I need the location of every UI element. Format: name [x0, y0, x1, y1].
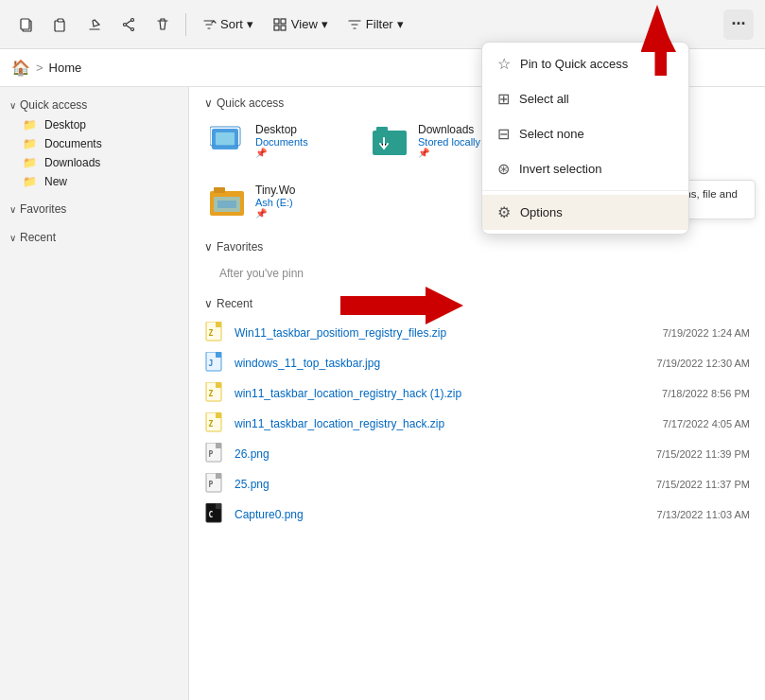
sidebar-recent-header[interactable]: ∨ Recent — [0, 227, 188, 248]
recent-item-date: 7/18/2022 8:56 PM — [662, 388, 750, 399]
sidebar-item-documents[interactable]: 📁 Documents — [0, 134, 188, 153]
recent-section-header[interactable]: ∨ Recent — [204, 297, 750, 310]
recent-item[interactable]: Z Win11_taskbar_positiom_registry_files.… — [204, 318, 750, 348]
svg-text:J: J — [209, 359, 214, 368]
quick-access-tinywo[interactable]: Tiny.Wo Ash (E:) 📌 — [204, 176, 356, 225]
recent-item[interactable]: P 25.png 7/15/2022 11:37 PM — [204, 469, 750, 499]
more-label: ··· — [731, 14, 745, 34]
recent-item-date: 7/13/2022 11:03 AM — [657, 509, 750, 520]
sidebar-quick-access-header[interactable]: ∨ Quick access — [0, 95, 188, 115]
filter-chevron: ▾ — [397, 17, 404, 31]
dropdown-item-pin[interactable]: ☆ Pin to Quick access — [482, 46, 688, 81]
sidebar-item-downloads[interactable]: 📁 Downloads — [0, 153, 188, 172]
pin-icon: ☆ — [497, 55, 511, 73]
paste-button[interactable] — [45, 12, 76, 37]
svg-rect-27 — [216, 352, 221, 358]
svg-rect-2 — [55, 21, 64, 31]
folder-icon: 📁 — [23, 156, 37, 169]
svg-point-6 — [124, 23, 127, 26]
filter-label: Filter — [366, 17, 393, 31]
dropdown-item-select_all[interactable]: ⊞ Select all — [482, 81, 688, 116]
home-icon[interactable]: 🏠 — [11, 59, 30, 77]
pin-icon: 📌 — [418, 148, 480, 158]
dropdown-item-select_none[interactable]: ⊟ Select none — [482, 116, 688, 151]
quick-access-desktop[interactable]: Desktop Documents 📌 — [204, 115, 356, 165]
breadcrumb-separator: > — [36, 61, 43, 75]
filter-button[interactable]: Filter ▾ — [339, 12, 411, 37]
recent-item[interactable]: P 26.png 7/15/2022 11:39 PM — [204, 439, 750, 469]
qa-downloads-name: Downloads — [418, 123, 480, 136]
dropdown-item-label: Select none — [519, 127, 584, 141]
svg-rect-20 — [214, 187, 225, 193]
dropdown-menu: ☆ Pin to Quick access ⊞ Select all ⊟ Sel… — [481, 42, 689, 235]
recent-item-name: win11_taskbar_location_registry_hack (1)… — [235, 387, 654, 400]
recent-item[interactable]: Z win11_taskbar_location_registry_hack.z… — [204, 409, 750, 439]
after-pin-text: After you've pinn — [204, 259, 750, 288]
svg-text:Z: Z — [209, 420, 214, 429]
recent-item[interactable]: Z win11_taskbar_location_registry_hack (… — [204, 378, 750, 409]
view-label: View — [291, 17, 318, 31]
sort-button[interactable]: Sort ▾ — [194, 12, 261, 37]
rename-button[interactable] — [79, 12, 110, 37]
qa-downloads-sub: Stored locally — [418, 136, 480, 148]
svg-rect-8 — [281, 19, 286, 24]
dropdown-separator — [482, 190, 688, 191]
svg-text:Z: Z — [209, 390, 214, 398]
sidebar-favorites-header[interactable]: ∨ Favorites — [0, 199, 188, 219]
recent-item-name: windows_11_top_taskbar.jpg — [235, 357, 650, 370]
svg-rect-14 — [373, 131, 407, 155]
recent-item[interactable]: J windows_11_top_taskbar.jpg 7/19/2022 1… — [204, 348, 750, 378]
recent-item-date: 7/15/2022 11:37 PM — [656, 479, 750, 490]
dropdown-item-options[interactable]: ⚙ Options — [482, 195, 688, 230]
recent-item[interactable]: C Capture0.png 7/13/2022 11:03 AM — [204, 499, 750, 530]
sidebar-quick-access-label: Quick access — [20, 98, 87, 112]
dropdown-item-label: Options — [520, 205, 563, 219]
dropdown-item-label: Invert selection — [519, 162, 601, 176]
dropdown-item-invert[interactable]: ⊛ Invert selection — [482, 151, 688, 186]
svg-rect-12 — [216, 132, 235, 146]
share-button[interactable] — [113, 12, 144, 37]
recent-item-name: 25.png — [235, 478, 649, 491]
more-button[interactable]: ··· — [723, 9, 754, 40]
svg-rect-1 — [21, 19, 29, 29]
options-icon: ⚙ — [497, 203, 511, 221]
recent-list: Z Win11_taskbar_positiom_registry_files.… — [204, 318, 750, 530]
chevron-down-icon: ∨ — [9, 204, 16, 215]
qa-desktop-name: Desktop — [255, 123, 308, 136]
svg-text:C: C — [209, 511, 214, 519]
sidebar: ∨ Quick access 📁 Desktop 📁 Documents 📁 D… — [0, 87, 189, 700]
favorites-section-header[interactable]: ∨ Favorites — [204, 240, 750, 254]
svg-rect-10 — [281, 26, 286, 30]
sort-chevron: ▾ — [247, 17, 253, 31]
folder-icon: 📁 — [23, 118, 37, 131]
sidebar-item-new[interactable]: 📁 New — [0, 172, 188, 191]
recent-item-name: Capture0.png — [235, 508, 650, 521]
view-button[interactable]: View ▾ — [265, 12, 336, 37]
folder-icon: 📁 — [23, 137, 37, 150]
view-chevron: ▾ — [322, 17, 328, 31]
svg-text:Z: Z — [209, 329, 214, 338]
svg-rect-9 — [274, 26, 279, 30]
copy-button[interactable] — [11, 12, 42, 37]
delete-button[interactable] — [148, 12, 178, 37]
toolbar-separator-1 — [185, 13, 186, 36]
chevron-icon: ∨ — [204, 96, 213, 110]
sidebar-item-desktop[interactable]: 📁 Desktop — [0, 115, 188, 134]
qa-tinywo-name: Tiny.Wo — [255, 184, 295, 197]
pin-icon: 📌 — [255, 208, 295, 219]
recent-item-date: 7/15/2022 11:39 PM — [656, 448, 750, 460]
chevron-down-icon: ∨ — [9, 233, 16, 243]
breadcrumb-current: Home — [49, 61, 82, 75]
svg-text:P: P — [209, 481, 214, 489]
pin-icon: 📌 — [255, 148, 308, 158]
svg-rect-24 — [216, 322, 221, 327]
invert-icon: ⊛ — [497, 160, 510, 178]
dropdown-item-label: Pin to Quick access — [520, 57, 628, 71]
svg-rect-7 — [274, 19, 279, 24]
sidebar-recent-label: Recent — [20, 231, 56, 244]
chevron-down-icon: ∨ — [9, 100, 16, 111]
svg-rect-3 — [58, 19, 63, 22]
qa-tinywo-sub: Ash (E:) — [255, 197, 295, 208]
recent-item-name: 26.png — [235, 447, 649, 461]
svg-rect-42 — [216, 503, 221, 509]
